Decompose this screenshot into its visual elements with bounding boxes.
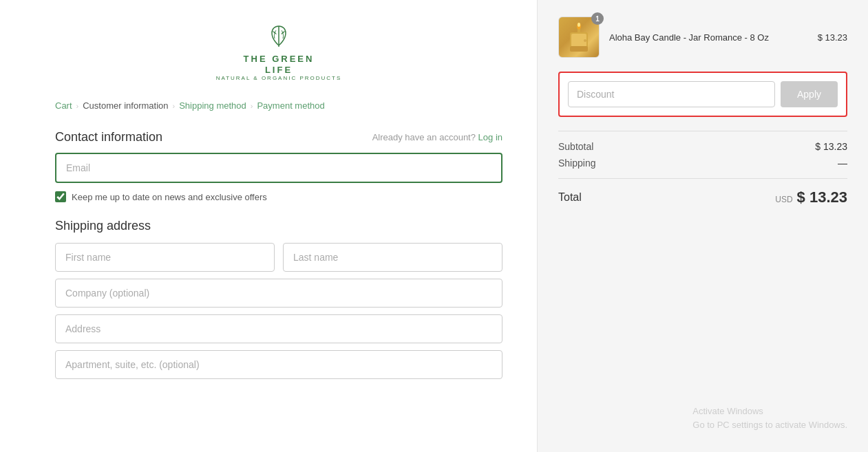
newsletter-row: Keep me up to date on news and exclusive… <box>55 191 502 202</box>
svg-point-6 <box>578 23 580 27</box>
breadcrumb-shipping[interactable]: Shipping method <box>179 100 246 111</box>
last-name-input[interactable] <box>283 243 502 272</box>
name-row <box>55 243 502 272</box>
apartment-row <box>55 350 502 379</box>
last-name-wrap <box>283 243 502 272</box>
breadcrumb-cart[interactable]: Cart <box>55 100 72 111</box>
logo-container: THE GREEN LIFE NATURAL & ORGANIC PRODUCT… <box>216 21 342 81</box>
company-row <box>55 279 502 308</box>
apply-button[interactable]: Apply <box>781 81 838 107</box>
newsletter-checkbox[interactable] <box>55 191 66 202</box>
product-name: Aloha Bay Candle - Jar Romance - 8 Oz <box>609 32 808 43</box>
logo-text-2: LIFE <box>216 65 342 76</box>
subtotal-value: $ 13.23 <box>815 141 847 152</box>
subtotal-row: Subtotal $ 13.23 <box>558 141 847 152</box>
breadcrumb-payment[interactable]: Payment method <box>257 100 324 111</box>
total-currency: USD <box>775 195 792 204</box>
product-badge: 1 <box>591 12 604 25</box>
breadcrumb: Cart › Customer information › Shipping m… <box>55 100 502 111</box>
svg-point-7 <box>584 39 586 42</box>
logo-icon <box>216 21 342 51</box>
login-link: Already have an account? Log in <box>372 132 502 142</box>
logo-text: THE GREEN <box>216 54 342 65</box>
logo-subtext: NATURAL & ORGANIC PRODUCTS <box>216 75 342 81</box>
breadcrumb-customer-info: Customer information <box>83 100 168 111</box>
apartment-input[interactable] <box>55 350 502 379</box>
subtotal-label: Subtotal <box>558 141 593 152</box>
email-input[interactable] <box>55 153 502 183</box>
totals-section: Subtotal $ 13.23 Shipping — Total USD $ … <box>558 131 847 206</box>
first-name-input[interactable] <box>55 243 275 272</box>
shipping-label: Shipping <box>558 158 596 169</box>
discount-input[interactable] <box>568 81 775 107</box>
logo-area: THE GREEN LIFE NATURAL & ORGANIC PRODUCT… <box>55 21 502 81</box>
product-row: 1 Aloha Bay Candle - Jar Romance - 8 Oz <box>558 17 847 58</box>
contact-title: Contact information <box>55 130 162 144</box>
address-input[interactable] <box>55 314 502 343</box>
product-image-wrap: 1 <box>558 17 600 58</box>
total-label: Total <box>558 191 582 204</box>
svg-rect-3 <box>570 46 588 52</box>
login-anchor[interactable]: Log in <box>478 132 502 142</box>
contact-section-header: Contact information Already have an acco… <box>55 130 502 144</box>
total-final-row: Total USD $ 13.23 <box>558 178 847 206</box>
first-name-wrap <box>55 243 275 272</box>
total-amount: $ 13.23 <box>797 189 847 206</box>
shipping-value: — <box>838 158 847 169</box>
shipping-row: Shipping — <box>558 158 847 169</box>
product-price: $ 13.23 <box>818 32 847 43</box>
breadcrumb-sep-2: › <box>173 102 176 110</box>
company-input[interactable] <box>55 279 502 308</box>
left-panel: THE GREEN LIFE NATURAL & ORGANIC PRODUCT… <box>0 0 538 452</box>
total-amount-wrap: USD $ 13.23 <box>775 189 847 206</box>
newsletter-label: Keep me up to date on news and exclusive… <box>72 192 267 202</box>
breadcrumb-sep-1: › <box>76 102 79 110</box>
right-panel: 1 Aloha Bay Candle - Jar Romance - 8 Oz <box>538 0 868 452</box>
breadcrumb-sep-3: › <box>251 102 253 110</box>
address-row <box>55 314 502 343</box>
discount-box: Apply <box>558 72 847 117</box>
shipping-title: Shipping address <box>55 219 502 233</box>
